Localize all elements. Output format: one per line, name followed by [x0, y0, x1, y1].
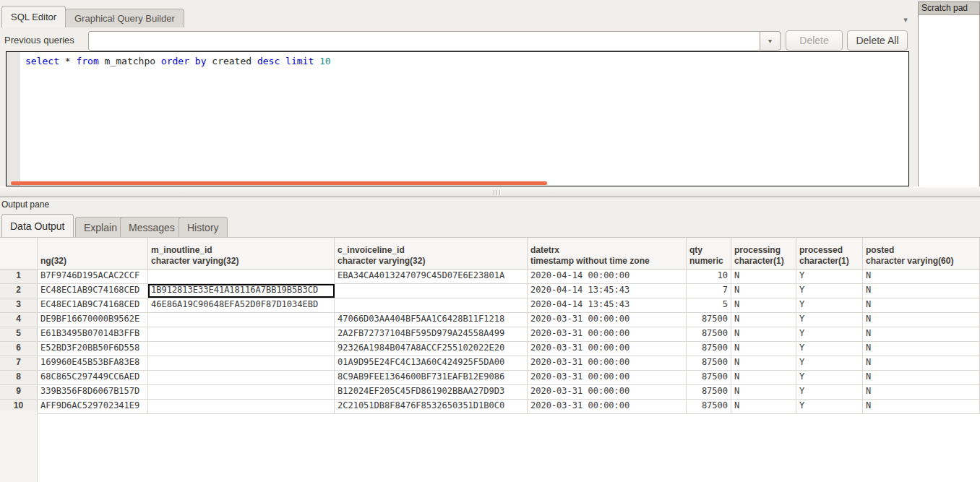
grid-cell[interactable]: N [863, 342, 980, 356]
grid-cell[interactable]: E52BD3F20BB50F6D558 [38, 342, 148, 356]
grid-cell[interactable]: EC48EC1AB9C74168CED [38, 298, 148, 312]
grid-cell[interactable]: 2020-04-14 00:00:00 [528, 270, 687, 283]
grid-cell[interactable] [148, 371, 335, 384]
column-header-processed[interactable]: processedcharacter(1) [796, 238, 863, 269]
grid-cell[interactable]: N [863, 371, 980, 384]
grid-cell[interactable]: Y [796, 356, 863, 370]
grid-cell[interactable]: 87500 [687, 342, 731, 356]
tab-data-output[interactable]: Data Output [1, 214, 74, 237]
grid-cell[interactable]: 92326A1984B047A8ACCF255102022E20 [335, 342, 528, 356]
grid-cell[interactable] [148, 313, 335, 327]
grid-cell[interactable]: Y [796, 371, 863, 384]
grid-cell[interactable]: B12024EF205C45FD861902BBAA27D9D3 [335, 385, 528, 399]
grid-cell[interactable]: N [731, 327, 796, 341]
pane-splitter[interactable] [0, 186, 980, 197]
grid-cell[interactable] [148, 400, 335, 413]
grid-cell[interactable] [148, 270, 335, 283]
column-header-m_inoutline_id[interactable]: m_inoutline_idcharacter varying(32) [148, 238, 335, 269]
grid-cell[interactable]: N [863, 270, 980, 283]
row-number[interactable]: 9 [0, 385, 38, 399]
pane-menu-dropdown-icon[interactable]: ▾ [898, 13, 913, 26]
grid-cell[interactable]: 8C9AB9FEE1364600BF731EAFB12E9086 [335, 371, 528, 384]
grid-cell[interactable]: 2A2FB72737104BF595D979A24558A499 [335, 327, 528, 341]
grid-cell[interactable]: EC48EC1AB9C74168CED [38, 284, 148, 298]
grid-cell[interactable]: AFF9D6AC529702341E9 [38, 400, 148, 413]
grid-cell[interactable] [148, 385, 335, 399]
tab-history[interactable]: History [179, 217, 228, 237]
tab-explain[interactable]: Explain [75, 217, 126, 237]
grid-cell[interactable]: Y [796, 400, 863, 413]
grid-cell[interactable]: 2C21051DB8F8476F8532650351D1B0C0 [335, 400, 528, 413]
grid-cell[interactable]: 5 [687, 298, 731, 312]
row-number[interactable]: 4 [0, 313, 38, 327]
grid-cell[interactable] [335, 298, 528, 312]
grid-cell[interactable]: 87500 [687, 385, 731, 399]
grid-cell[interactable]: N [731, 400, 796, 413]
column-header-ng(32)[interactable]: ng(32) [38, 238, 148, 269]
grid-cell[interactable]: 2020-03-31 00:00:00 [528, 385, 687, 399]
grid-cell[interactable]: 2020-04-14 13:45:43 [528, 298, 687, 312]
previous-queries-combo-input[interactable] [88, 31, 760, 51]
grid-cell[interactable]: 2020-03-31 00:00:00 [528, 356, 687, 370]
grid-cell[interactable] [148, 327, 335, 341]
grid-cell[interactable]: N [863, 298, 980, 312]
grid-cell[interactable]: 1B912813E33E41A18116A7BB19B5B3CD [148, 284, 335, 298]
grid-cell[interactable]: 2020-03-31 00:00:00 [528, 342, 687, 356]
grid-cell[interactable]: N [731, 284, 796, 298]
grid-cell[interactable]: N [731, 342, 796, 356]
grid-cell[interactable]: N [731, 371, 796, 384]
grid-cell[interactable]: Y [796, 313, 863, 327]
grid-cell[interactable]: 87500 [687, 327, 731, 341]
delete-all-button[interactable]: Delete All [847, 30, 908, 51]
header-rownum[interactable] [0, 238, 38, 269]
row-number[interactable]: 6 [0, 342, 38, 356]
grid-cell[interactable]: 10 [687, 270, 731, 283]
column-header-c_invoiceline_id[interactable]: c_invoiceline_idcharacter varying(32) [335, 238, 528, 269]
row-number[interactable]: 7 [0, 356, 38, 370]
grid-cell[interactable]: Y [796, 385, 863, 399]
grid-cell[interactable]: 2020-03-31 00:00:00 [528, 400, 687, 413]
grid-cell[interactable]: 339B356F8D6067B157D [38, 385, 148, 399]
grid-cell[interactable]: 87500 [687, 356, 731, 370]
grid-cell[interactable] [148, 342, 335, 356]
grid-cell[interactable]: 01A9D95E24FC4C13A60C424925F5DA00 [335, 356, 528, 370]
grid-cell[interactable]: 87500 [687, 400, 731, 413]
grid-cell[interactable]: 2020-03-31 00:00:00 [528, 371, 687, 384]
grid-cell[interactable]: N [731, 298, 796, 312]
grid-cell[interactable]: 68C865C297449CC6AED [38, 371, 148, 384]
grid-cell[interactable]: N [863, 356, 980, 370]
grid-cell[interactable]: 87500 [687, 313, 731, 327]
grid-cell[interactable]: N [863, 400, 980, 413]
grid-cell[interactable]: N [863, 313, 980, 327]
grid-cell[interactable]: N [731, 356, 796, 370]
row-number[interactable]: 8 [0, 371, 38, 384]
sql-query-line[interactable]: select * from m_matchpo order by created… [25, 55, 906, 67]
column-header-qty[interactable]: qtynumeric [687, 238, 731, 269]
grid-cell[interactable] [335, 284, 528, 298]
grid-cell[interactable]: EBA34CA4013247079C45D07E6E23801A [335, 270, 528, 283]
grid-cell[interactable]: 2020-03-31 00:00:00 [528, 313, 687, 327]
grid-cell[interactable]: Y [796, 298, 863, 312]
column-header-processing[interactable]: processingcharacter(1) [731, 238, 796, 269]
grid-cell[interactable]: 2020-04-14 13:45:43 [528, 284, 687, 298]
grid-cell[interactable]: B7F9746D195ACAC2CCF [38, 270, 148, 283]
grid-cell[interactable]: 2020-03-31 00:00:00 [528, 327, 687, 341]
grid-cell[interactable]: E61B3495B07014B3FFB [38, 327, 148, 341]
row-number[interactable]: 3 [0, 298, 38, 312]
row-number[interactable]: 5 [0, 327, 38, 341]
delete-button[interactable]: Delete [786, 30, 843, 51]
grid-cell[interactable]: N [731, 385, 796, 399]
editor-horizontal-scrollbar[interactable] [11, 181, 547, 185]
grid-cell[interactable]: 87500 [687, 371, 731, 384]
grid-cell[interactable]: N [863, 284, 980, 298]
tab-graphical-query-builder[interactable]: Graphical Query Builder [65, 9, 184, 27]
row-number[interactable]: 2 [0, 284, 38, 298]
grid-cell[interactable]: Y [796, 284, 863, 298]
combo-dropdown-arrow-icon[interactable]: ▾ [760, 31, 781, 51]
sql-query-editor[interactable]: select * from m_matchpo order by created… [6, 51, 909, 186]
grid-cell[interactable]: DE9BF16670000B9562E [38, 313, 148, 327]
grid-cell[interactable]: 47066D03AA404BF5AA1C6428B11F1218 [335, 313, 528, 327]
grid-cell[interactable]: Y [796, 270, 863, 283]
grid-cell[interactable]: N [863, 385, 980, 399]
grid-cell[interactable]: N [731, 270, 796, 283]
